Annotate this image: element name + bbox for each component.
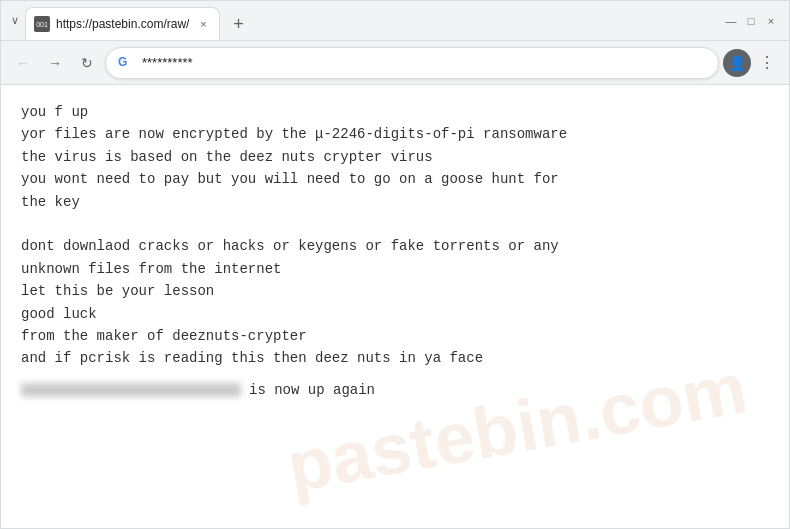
back-button[interactable]: ←: [9, 49, 37, 77]
chrome-menu-button[interactable]: ⋮: [753, 49, 781, 77]
forward-button[interactable]: →: [41, 49, 69, 77]
window-controls: — □ ×: [725, 15, 781, 27]
tab-area: 001 https://pastebin.com/raw/ × +: [25, 1, 721, 40]
toolbar: ← → ↻ G ********** 👤 ⋮: [1, 41, 789, 85]
maximize-button[interactable]: □: [745, 15, 757, 27]
page-content: pastebin.com you f up yor files are now …: [1, 85, 789, 528]
tab-favicon: 001: [34, 16, 50, 32]
google-icon: G: [118, 55, 134, 71]
ransomware-message: you f up yor files are now encrypted by …: [21, 101, 769, 370]
toolbar-actions: 👤 ⋮: [723, 49, 781, 77]
address-bar[interactable]: G **********: [105, 47, 719, 79]
blurred-url-line: is now up again: [21, 382, 769, 398]
tab-close-button[interactable]: ×: [195, 16, 211, 32]
title-bar: ∨ 001 https://pastebin.com/raw/ × + — □ …: [1, 1, 789, 41]
blurred-url: [21, 383, 241, 397]
chevron-down-icon[interactable]: ∨: [9, 15, 21, 27]
active-tab[interactable]: 001 https://pastebin.com/raw/ ×: [25, 7, 220, 40]
minimize-button[interactable]: —: [725, 15, 737, 27]
browser-window: ∨ 001 https://pastebin.com/raw/ × + — □ …: [0, 0, 790, 529]
address-text: **********: [142, 55, 706, 70]
account-avatar[interactable]: 👤: [723, 49, 751, 77]
tab-title: https://pastebin.com/raw/: [56, 17, 189, 31]
blurred-suffix-text: is now up again: [249, 382, 375, 398]
close-button[interactable]: ×: [765, 15, 777, 27]
new-tab-button[interactable]: +: [224, 10, 252, 38]
watermark: pastebin.com: [281, 346, 752, 507]
reload-button[interactable]: ↻: [73, 49, 101, 77]
